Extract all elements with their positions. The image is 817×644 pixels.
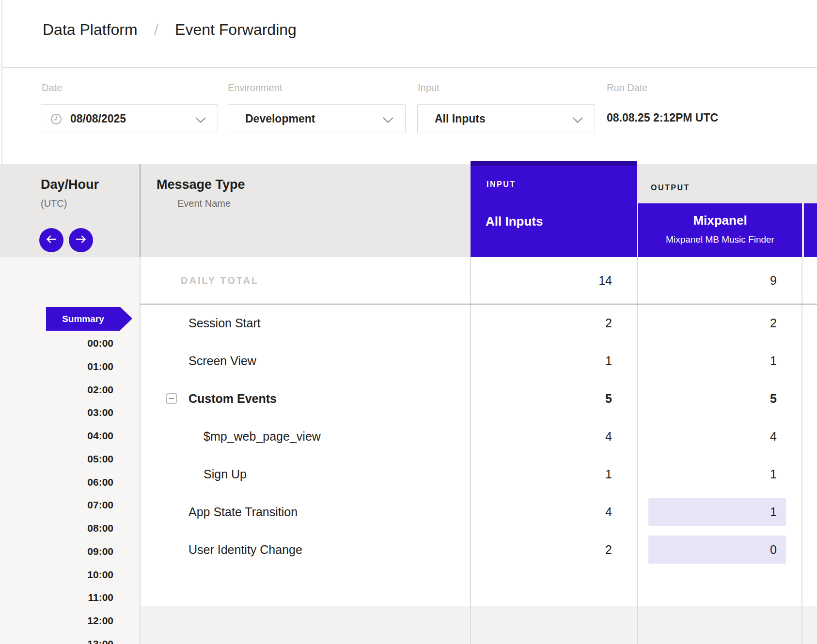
row-label: Session Start <box>189 316 261 330</box>
run-date-value: 08.08.25 2:12PM UTC <box>607 111 718 124</box>
table-row: Sign Up11 <box>140 455 817 493</box>
output-value-cell: 1 <box>637 493 802 531</box>
hour-label-0800[interactable]: 08:00 <box>31 521 113 535</box>
hour-label-1100[interactable]: 11:00 <box>31 591 113 604</box>
table-row: $mp_web_page_view44 <box>140 417 817 455</box>
empty-cell <box>802 380 817 417</box>
hour-label-0600[interactable]: 06:00 <box>31 475 113 489</box>
breadcrumb-section[interactable]: Data Platform <box>43 21 138 39</box>
column-divider <box>470 257 471 644</box>
empty-cell <box>802 455 817 493</box>
output-column-subtitle: Mixpanel MB Music Finder <box>638 234 802 245</box>
hour-label-1200[interactable]: 12:00 <box>31 614 113 628</box>
input-value-cell: 4 <box>471 417 637 455</box>
hour-label-1300[interactable]: 13:00 <box>31 637 113 644</box>
run-date-label: Run Date <box>607 82 648 93</box>
day-hour-timezone: (UTC) <box>41 198 67 209</box>
event-forwarding-screen: Data Platform / Event Forwarding Date En… <box>0 0 817 644</box>
arrow-right-icon <box>75 235 87 245</box>
collapse-toggle[interactable] <box>166 393 177 404</box>
row-label-cell: Screen View <box>140 342 471 380</box>
input-value-cell: 2 <box>471 531 637 568</box>
empty-cell <box>802 493 817 531</box>
next-day-button[interactable] <box>69 228 93 252</box>
row-label-cell: Session Start <box>140 304 471 342</box>
row-label: Screen View <box>189 354 256 368</box>
output-group-label: OUTPUT <box>651 184 690 192</box>
empty-cell <box>802 417 817 455</box>
empty-cell <box>802 342 817 380</box>
hour-label-1000[interactable]: 10:00 <box>31 568 113 582</box>
hour-label-0700[interactable]: 07:00 <box>31 498 113 512</box>
input-dropdown[interactable]: All Inputs <box>417 104 595 133</box>
day-hour-title: Day/Hour <box>41 177 99 192</box>
hours-sidebar: Summary 00:0001:0002:0003:0004:0005:0006… <box>0 257 140 644</box>
table-footer-area <box>140 606 817 644</box>
output-value-cell: 1 <box>637 342 802 380</box>
hour-label-0900[interactable]: 09:00 <box>31 545 113 558</box>
hour-label-0300[interactable]: 03:00 <box>31 406 113 419</box>
row-label-cell: User Identity Change <box>140 531 471 568</box>
input-value-cell: 4 <box>471 493 637 531</box>
row-label: Sign Up <box>204 467 247 481</box>
output-value-cell: 5 <box>637 380 802 417</box>
input-value-cell: 1 <box>471 342 637 380</box>
table-row: App State Transition41 <box>140 493 817 531</box>
date-filter-label: Date <box>42 82 62 93</box>
row-label: Custom Events <box>189 392 277 406</box>
minus-icon <box>169 398 174 399</box>
column-divider <box>637 257 638 644</box>
prev-day-button[interactable] <box>39 228 63 252</box>
hour-label-0000[interactable]: 00:00 <box>31 337 113 350</box>
row-label-cell: Sign Up <box>140 455 471 493</box>
hour-label-0400[interactable]: 04:00 <box>31 429 113 443</box>
page-title: Event Forwarding <box>175 21 297 39</box>
daily-total-row: DAILY TOTAL 14 9 <box>140 257 817 304</box>
daily-total-label: DAILY TOTAL <box>140 257 471 304</box>
input-column-name: All Inputs <box>486 214 543 229</box>
summary-flag[interactable]: Summary <box>46 307 120 331</box>
event-name-subtitle: Event Name <box>177 198 231 209</box>
environment-dropdown[interactable]: Development <box>228 104 406 133</box>
environment-filter-label: Environment <box>228 82 282 93</box>
table-row: User Identity Change20 <box>140 531 817 568</box>
input-column-header[interactable]: INPUT All Inputs <box>471 161 637 257</box>
row-label-cell: App State Transition <box>140 493 471 531</box>
event-rows: Session Start22Screen View11Custom Event… <box>140 304 817 568</box>
breadcrumb-separator: / <box>154 20 158 39</box>
output-value-cell: 2 <box>637 304 802 342</box>
input-filter-label: Input <box>418 82 439 93</box>
highlight-box <box>648 498 786 526</box>
message-type-title: Message Type <box>157 177 245 192</box>
empty-cell <box>802 531 817 568</box>
chevron-down-icon <box>572 116 583 125</box>
table-row: Session Start22 <box>140 304 817 342</box>
daily-total-output-cell: 9 <box>637 257 802 304</box>
clock-icon <box>50 113 63 127</box>
hour-label-0100[interactable]: 01:00 <box>31 360 113 373</box>
hour-label-0200[interactable]: 02:00 <box>31 383 113 397</box>
date-dropdown[interactable]: 08/08/2025 <box>41 104 218 133</box>
input-value-cell: 1 <box>471 455 637 493</box>
column-divider <box>801 257 802 644</box>
table-row: Custom Events55 <box>140 380 817 417</box>
breadcrumb: Data Platform / Event Forwarding <box>43 20 297 39</box>
header-divider <box>2 67 817 68</box>
row-label: App State Transition <box>189 505 298 519</box>
daily-total-underline <box>140 304 817 305</box>
daily-total-input-cell: 14 <box>471 257 637 304</box>
column-divider <box>140 257 141 644</box>
chevron-down-icon <box>195 116 206 125</box>
highlight-box <box>648 536 786 564</box>
environment-value: Development <box>245 105 315 133</box>
output-column-header-partial[interactable] <box>804 203 817 257</box>
output-value-cell: 0 <box>637 531 802 568</box>
header-column-divider <box>140 164 141 257</box>
input-value-cell: 2 <box>471 304 637 342</box>
row-label-cell: $mp_web_page_view <box>140 417 471 455</box>
output-value-cell: 1 <box>637 455 802 493</box>
row-label: User Identity Change <box>189 543 302 557</box>
hour-label-0500[interactable]: 05:00 <box>31 452 113 466</box>
date-value: 08/08/2025 <box>70 105 126 133</box>
output-column-header-mixpanel[interactable]: Mixpanel Mixpanel MB Music Finder <box>638 203 802 257</box>
